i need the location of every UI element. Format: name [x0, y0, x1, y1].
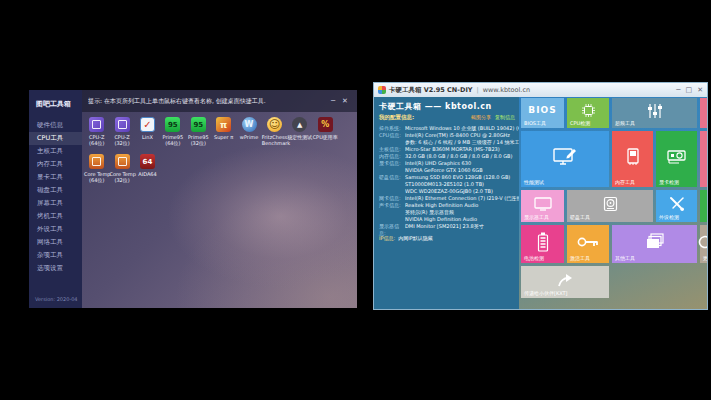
sidebar-item-hardware-info[interactable]: 硬件信息 — [29, 119, 82, 132]
prime95-icon: 95 — [191, 117, 206, 132]
tool-grid-row-2: Core Temp(64位) Core Temp(32位) 64 AIDA64 — [82, 154, 357, 183]
tile-bios-tools[interactable]: BIOS BIOS工具 — [521, 98, 564, 128]
tool-wprime[interactable]: W wPrime — [236, 117, 261, 146]
tool-label: AIDA64 — [135, 171, 160, 177]
sidebar-item-motherboard-tools[interactable]: 主板工具 — [29, 145, 82, 158]
info-row-network: 网卡信息: Intel(R) Ethernet Connection (7) I… — [379, 195, 515, 202]
tile-update-settings[interactable]: 更新与设置 — [700, 225, 707, 263]
maximize-button[interactable]: □ — [686, 86, 693, 94]
tool-label: wPrime — [236, 134, 261, 140]
info-row-os: 操作系统: Microsoft Windows 10 企业版 (BUILD 19… — [379, 125, 515, 132]
cpuz-icon — [115, 117, 130, 132]
tool-label2: (64位) — [160, 140, 185, 146]
tile-activation-tools[interactable]: 激活工具 — [567, 225, 609, 263]
info-row-cpu: CPU信息: Intel(R) Core(TM) i5-8400 CPU @ 2… — [379, 132, 515, 146]
usage-icon: % — [318, 117, 333, 132]
smiley-icon: ☺ — [267, 117, 282, 132]
sidebar-item-peripheral-tools[interactable]: 外设工具 — [29, 223, 82, 236]
sidebar-item-network-tools[interactable]: 网络工具 — [29, 236, 82, 249]
ip-info-row: IP信息: 内网IP默认隐藏 — [379, 235, 433, 241]
tile-disk-tools[interactable]: 硬盘工具 — [567, 190, 653, 222]
info-row-disk: 硬盘信息: Samsung SSD 860 EVO 128GB (128.0 G… — [379, 174, 515, 195]
tip-bar: 提示: 在本页所列工具上单击鼠标右键查看名称, 创建桌面快捷工具. ─ ✕ — [82, 90, 357, 112]
stacked-sheets-icon — [645, 233, 665, 250]
sidebar: 图吧工具箱 硬件信息 CPU工具 主板工具 内存工具 显卡工具 磁盘工具 屏幕工… — [29, 90, 82, 308]
sidebar-item-memory-tools[interactable]: 内存工具 — [29, 158, 82, 171]
tile-memory-tools[interactable]: 内存工具 — [612, 131, 653, 187]
app-icon — [378, 86, 386, 94]
tile-overclock-tools[interactable]: 超频工具 — [612, 98, 697, 128]
window-url: www.kbtool.cn — [483, 86, 530, 94]
tool-grid-row-1: CPU-Z(64位) CPU-Z(32位) ✓ LinX 95 Prime95(… — [82, 117, 357, 146]
tool-label: Super π — [211, 134, 236, 140]
kbtool-window: 卡硬工具箱 V2.95 CN-DIY | www.kbtool.cn ─ □ ✕… — [373, 82, 708, 310]
sidebar-item-burnin-tools[interactable]: 烤机工具 — [29, 210, 82, 223]
tile-monitor-tools[interactable]: 显示器工具 — [521, 190, 564, 222]
tool-fritzchess[interactable]: ☺ FritzChessBenchmark — [262, 117, 287, 146]
hardware-info-list: 操作系统: Microsoft Windows 10 企业版 (BUILD 19… — [379, 125, 515, 237]
sidebar-item-settings[interactable]: 选项设置 — [29, 262, 82, 275]
sidebar-item-disk-tools[interactable]: 磁盘工具 — [29, 184, 82, 197]
key-icon — [577, 236, 599, 248]
tool-linx[interactable]: ✓ LinX — [135, 117, 160, 146]
tool-label2: (64位) — [84, 177, 109, 183]
tile-other-tools[interactable]: 其他工具 — [612, 225, 697, 263]
config-info-label: 我的配置信息: — [379, 114, 414, 121]
tile-gpu-detect[interactable]: 显卡检测 — [656, 131, 697, 187]
close-button[interactable]: ✕ — [697, 86, 703, 94]
sidebar-menu: 硬件信息 CPU工具 主板工具 内存工具 显卡工具 磁盘工具 屏幕工具 烤机工具… — [29, 115, 82, 296]
sidebar-item-cpu-tools[interactable]: CPU工具 — [29, 132, 82, 145]
sidebar-item-screen-tools[interactable]: 屏幕工具 — [29, 197, 82, 210]
tool-cpuz-64[interactable]: CPU-Z(64位) — [84, 117, 109, 146]
tip-text: 提示: 在本页所列工具上单击鼠标右键查看名称, 创建桌面快捷工具. — [88, 97, 327, 106]
cpuz-icon — [89, 117, 104, 132]
info-row-audio: 声卡信息: Realtek High Definition Audio英特尔(R… — [379, 202, 515, 223]
tool-label: LinX — [135, 134, 160, 140]
tool-cpu-usage[interactable]: % CPU使用率 — [313, 117, 338, 146]
tool-label2: (64位) — [84, 140, 109, 146]
tile-share-to-friends[interactable]: 传递给小伙伴[KXT] — [521, 266, 609, 298]
panel-header: 卡硬工具箱 —— kbtool.cn — [379, 101, 515, 112]
tool-cpuz-32[interactable]: CPU-Z(32位) — [109, 117, 134, 146]
tool-label2: (32位) — [186, 140, 211, 146]
wrench-screwdriver-icon — [669, 196, 685, 212]
sidebar-item-misc-tools[interactable]: 杂项工具 — [29, 249, 82, 262]
coretemp-icon — [89, 154, 104, 169]
copy-info-link[interactable]: 复制信息 — [495, 114, 515, 120]
desktop: 图吧工具箱 硬件信息 CPU工具 主板工具 内存工具 显卡工具 磁盘工具 屏幕工… — [0, 0, 711, 400]
titlebar[interactable]: 卡硬工具箱 V2.95 CN-DIY | www.kbtool.cn ─ □ ✕ — [374, 83, 707, 97]
tool-page-cpu: 提示: 在本页所列工具上单击鼠标右键查看名称, 创建桌面快捷工具. ─ ✕ CP… — [82, 90, 357, 308]
sidebar-item-gpu-tools[interactable]: 显卡工具 — [29, 171, 82, 184]
tool-coretemp-32[interactable]: Core Temp(32位) — [109, 154, 134, 183]
tool-coretemp-64[interactable]: Core Temp(64位) — [84, 154, 109, 183]
info-row-motherboard: 主板信息: Micro-Star B360M MORTAR (MS-7B23) — [379, 146, 515, 153]
screenshot-share-link[interactable]: 截图分享 — [471, 114, 491, 120]
tool-aida64[interactable]: 64 AIDA64 — [135, 154, 160, 183]
linx-checkmark-icon: ✓ — [140, 117, 155, 132]
minimize-button[interactable]: ─ — [327, 97, 339, 105]
tool-prime95-32[interactable]: 95 Prime95(32位) — [186, 117, 211, 146]
tiles-area: BIOS BIOS工具 CPU检测 超频工具 — [519, 97, 707, 309]
app-title: 图吧工具箱 — [29, 90, 82, 115]
close-button[interactable]: ✕ — [339, 97, 351, 105]
refresh-icon — [697, 234, 707, 250]
tool-label2: Benchmark — [262, 140, 287, 146]
toolbox-launcher-window: 图吧工具箱 硬件信息 CPU工具 主板工具 内存工具 显卡工具 磁盘工具 屏幕工… — [29, 90, 357, 308]
info-row-memory: 内存信息: 32.0 GB (8.0 GB / 8.0 GB / 8.0 GB … — [379, 153, 515, 160]
prime95-icon: 95 — [165, 117, 180, 132]
tool-prime95-64[interactable]: 95 Prime95(64位) — [160, 117, 185, 146]
tool-label2: (32位) — [109, 140, 134, 146]
tile-peripheral-detect[interactable]: 外设检测 — [656, 190, 697, 222]
tile-cpu-detect[interactable]: CPU检测 — [567, 98, 609, 128]
minimize-button[interactable]: ─ — [676, 86, 680, 94]
tile-partial-2 — [700, 131, 707, 187]
tool-label: 稳定性测试 — [287, 134, 312, 140]
tile-performance-test[interactable]: 性能测试 — [521, 131, 609, 187]
wprime-icon: W — [242, 117, 257, 132]
tool-superpi[interactable]: π Super π — [211, 117, 236, 146]
info-row-gpu: 显卡信息: Intel(R) UHD Graphics 630NVIDIA Ge… — [379, 160, 515, 174]
coretemp-icon — [115, 154, 130, 169]
battery-icon — [537, 232, 549, 252]
tile-battery-detect[interactable]: 电池检测 — [521, 225, 564, 263]
tool-stability-test[interactable]: ▲ 稳定性测试 — [287, 117, 312, 146]
